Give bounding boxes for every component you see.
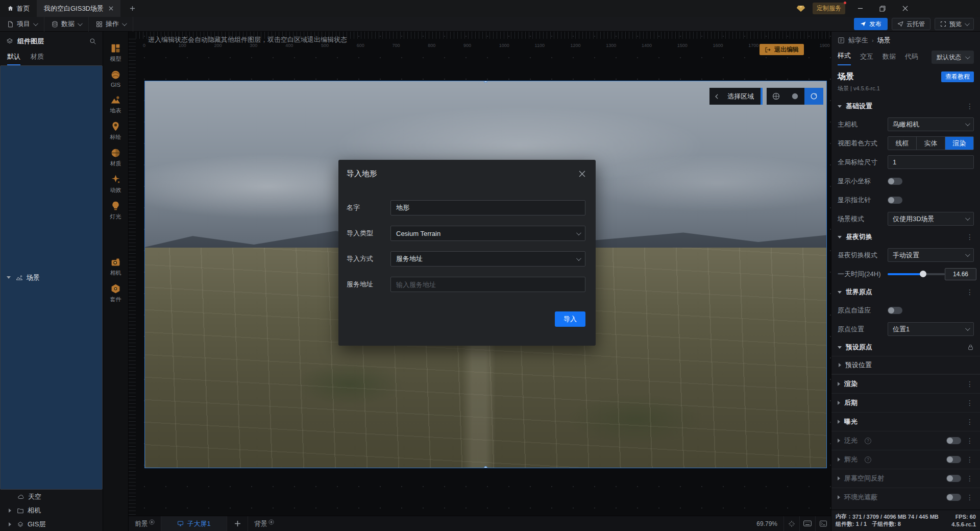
- section-bloom[interactable]: 泛光 ? ⋮: [831, 431, 980, 450]
- import-type-select[interactable]: Cesium Terrain: [390, 226, 585, 241]
- section-preset-origin[interactable]: 预设原点: [831, 339, 980, 356]
- dock-item-model[interactable]: 模型: [110, 43, 121, 63]
- section-day-night[interactable]: 昼夜切换 ⋮: [831, 228, 980, 246]
- more-menu-icon[interactable]: ⋮: [966, 474, 974, 482]
- dock-item-material[interactable]: 材质: [110, 148, 121, 167]
- slider-knob[interactable]: [920, 271, 926, 277]
- caret-right-icon[interactable]: [838, 457, 840, 462]
- minimize-button[interactable]: [852, 3, 868, 15]
- section-world-origin[interactable]: 世界原点 ⋮: [831, 283, 980, 301]
- caret-down-icon[interactable]: [838, 291, 842, 294]
- tab-data[interactable]: 数据: [883, 52, 896, 65]
- dialog-close-icon[interactable]: [579, 171, 585, 177]
- layers-tab-default[interactable]: 默认: [7, 52, 20, 65]
- cloud-hosting-button[interactable]: 云托管: [892, 18, 930, 30]
- section-ambient-occlusion[interactable]: 环境光遮蔽 ⋮: [831, 488, 980, 506]
- more-menu-icon[interactable]: ⋮: [966, 418, 974, 426]
- tutorial-button[interactable]: 查看教程: [941, 71, 974, 82]
- more-menu-icon[interactable]: ⋮: [966, 102, 974, 110]
- shading-wireframe[interactable]: 线框: [888, 137, 916, 150]
- select-region-button[interactable]: 选择区域: [709, 88, 763, 105]
- dock-item-kit[interactable]: 套件: [110, 283, 121, 303]
- preset-position-row[interactable]: 预设位置: [831, 356, 980, 374]
- section-basic-settings[interactable]: 基础设置 ⋮: [831, 98, 980, 115]
- selection-handle-top[interactable]: [484, 81, 487, 83]
- plot-size-input[interactable]: 1: [888, 155, 974, 169]
- ssr-toggle[interactable]: [946, 475, 961, 482]
- close-window-button[interactable]: [897, 3, 913, 15]
- section-post-processing[interactable]: 后期 ⋮: [831, 393, 980, 412]
- glow-toggle[interactable]: [946, 456, 961, 463]
- caret-right-icon[interactable]: [838, 439, 840, 443]
- selection-handle-bottom[interactable]: [484, 466, 487, 468]
- caret-right-icon[interactable]: [838, 495, 840, 499]
- origin-position-select[interactable]: 位置1: [888, 322, 974, 336]
- add-screen-button[interactable]: [227, 516, 248, 531]
- section-glow[interactable]: 辉光 ? ⋮: [831, 450, 980, 469]
- section-exposure[interactable]: 曝光 ⋮: [831, 412, 980, 431]
- chevron-left-icon[interactable]: [714, 93, 721, 100]
- preview-button[interactable]: 预览: [935, 18, 974, 30]
- dock-item-terrain[interactable]: 地表: [110, 94, 121, 114]
- publish-button[interactable]: 发布: [854, 18, 888, 30]
- solid-mode-button[interactable]: [786, 88, 804, 105]
- day-time-value[interactable]: 14.66: [945, 268, 976, 280]
- scene-mode-select[interactable]: 仅使用3D场景: [888, 212, 974, 226]
- globe-mode-button[interactable]: [767, 88, 786, 105]
- search-icon[interactable]: [89, 38, 96, 45]
- day-time-slider[interactable]: [888, 273, 945, 275]
- sub-screen-tab[interactable]: 子大屏1: [161, 516, 227, 531]
- background-button[interactable]: 背景: [248, 516, 280, 531]
- main-camera-select[interactable]: 鸟瞰相机: [888, 117, 974, 131]
- shading-solid[interactable]: 实体: [916, 137, 945, 150]
- exit-edit-button[interactable]: 退出编辑: [760, 44, 804, 55]
- more-menu-icon[interactable]: ⋮: [966, 437, 974, 445]
- show-axis-toggle[interactable]: [888, 178, 902, 185]
- tab-style[interactable]: 样式: [838, 51, 851, 65]
- tree-item-gis-layer[interactable]: GIS层: [0, 517, 103, 531]
- caret-right-icon[interactable]: [839, 363, 841, 367]
- daynight-mode-select[interactable]: 手动设置: [888, 248, 974, 262]
- bloom-toggle[interactable]: [946, 437, 961, 444]
- add-circle-icon[interactable]: [149, 519, 155, 525]
- tab-interaction[interactable]: 交互: [860, 52, 873, 65]
- maximize-button[interactable]: [875, 3, 890, 15]
- caret-down-icon[interactable]: [838, 346, 842, 349]
- caret-down-icon[interactable]: [838, 236, 842, 238]
- name-input[interactable]: [396, 204, 580, 212]
- more-menu-icon[interactable]: ⋮: [966, 399, 974, 407]
- dock-item-plot[interactable]: 标绘: [110, 121, 121, 141]
- tab-code[interactable]: 代码: [905, 52, 918, 65]
- caret-right-icon[interactable]: [838, 401, 840, 405]
- keyboard-shortcuts-button[interactable]: [799, 516, 815, 531]
- orbit-mode-button[interactable]: [804, 88, 823, 105]
- dock-item-camera[interactable]: 相机: [110, 257, 121, 277]
- dock-item-gis[interactable]: GIS: [110, 69, 121, 88]
- caret-right-icon[interactable]: [9, 509, 11, 513]
- add-circle-icon[interactable]: [268, 519, 274, 525]
- more-menu-icon[interactable]: ⋮: [966, 233, 974, 241]
- tree-item-scene[interactable]: 场景: [0, 65, 103, 490]
- show-compass-toggle[interactable]: [888, 197, 902, 204]
- caret-right-icon[interactable]: [838, 382, 840, 386]
- menu-actions[interactable]: 操作: [89, 17, 133, 32]
- more-menu-icon[interactable]: ⋮: [966, 288, 974, 296]
- state-dropdown[interactable]: 默认状态: [932, 51, 974, 64]
- more-menu-icon[interactable]: ⋮: [966, 493, 974, 501]
- import-method-select[interactable]: 服务地址: [390, 251, 585, 267]
- import-submit-button[interactable]: 导入: [555, 311, 585, 327]
- tree-item-sky[interactable]: 天空: [0, 490, 103, 503]
- new-tab-button[interactable]: [124, 0, 141, 17]
- tab-home[interactable]: 首页: [0, 0, 37, 17]
- fit-view-button[interactable]: [783, 516, 799, 531]
- ao-toggle[interactable]: [946, 494, 961, 501]
- zoom-level[interactable]: 69.79%: [750, 520, 783, 527]
- menu-data[interactable]: 数据: [44, 17, 89, 32]
- menu-project[interactable]: 项目: [0, 17, 44, 32]
- service-url-input[interactable]: [396, 281, 580, 288]
- lock-icon[interactable]: [967, 344, 974, 351]
- dock-item-effects[interactable]: 动效: [110, 174, 121, 194]
- caret-right-icon[interactable]: [838, 420, 840, 424]
- close-tab-icon[interactable]: [109, 6, 113, 11]
- caret-right-icon[interactable]: [9, 522, 11, 526]
